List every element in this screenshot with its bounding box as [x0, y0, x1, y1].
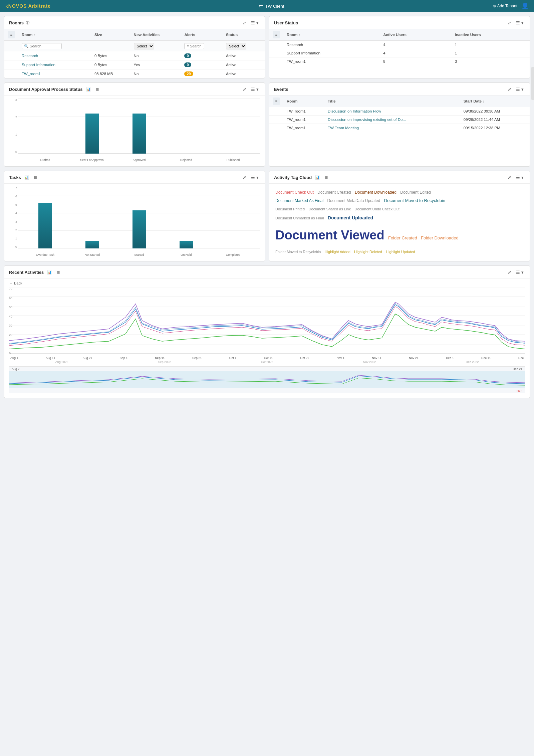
- rooms-table-filter-icon[interactable]: ≡: [8, 31, 15, 38]
- events-date-col: Start Date ↓: [460, 96, 530, 107]
- tag-cloud: Document Check Out Document Created Docu…: [269, 184, 530, 260]
- table-row: Support Information 0 Bytes Yes 0 Active: [4, 60, 265, 69]
- approval-menu-button[interactable]: ☰ ▾: [250, 86, 260, 92]
- add-tenant-button[interactable]: ⊕ Add Tenant: [493, 4, 518, 8]
- approval-chart-toggle[interactable]: 📊: [85, 86, 92, 92]
- events-title-col: Title: [324, 96, 460, 107]
- event-link-1[interactable]: Discussion on Information Flow: [328, 109, 381, 113]
- events-panel-header: Events ⤢ ☰ ▾: [269, 83, 530, 96]
- tag-expand-button[interactable]: ⤢: [506, 174, 513, 181]
- back-button[interactable]: ← Back: [9, 281, 525, 285]
- tag-highlight-updated[interactable]: Highlight Updated: [386, 250, 415, 254]
- recent-main-chart: 70 60 50 40 30 20 10 0: [9, 287, 525, 355]
- events-filter-icon[interactable]: ≡: [273, 98, 280, 105]
- tag-highlight-deleted[interactable]: Highlight Deleted: [354, 250, 382, 254]
- us-room-col-header: Room ↑: [283, 29, 380, 41]
- rooms-expand-button[interactable]: ⤢: [241, 20, 248, 26]
- main-content: Rooms ⓘ ⤢ ☰ ▾ ≡ Roo: [0, 12, 534, 402]
- tag-doc-downloaded[interactable]: Document Downloaded: [355, 190, 396, 195]
- events-expand-button[interactable]: ⤢: [506, 86, 513, 92]
- tag-doc-undo-checkout[interactable]: Document Undo Check Out: [354, 207, 399, 211]
- tasks-menu-button[interactable]: ☰ ▾: [250, 174, 260, 181]
- header-right: ⊕ Add Tenant 👤: [493, 2, 529, 10]
- app-header: kNOVOS Arbitrate ⇄ TW Client ⊕ Add Tenan…: [0, 0, 534, 12]
- app-logo: kNOVOS Arbitrate: [5, 3, 51, 9]
- tag-folder-moved[interactable]: Folder Moved to Recyclebin: [275, 250, 321, 254]
- approval-panel-actions: ⤢ ☰ ▾: [241, 86, 260, 92]
- user-status-panel-title: User Status: [274, 20, 298, 25]
- tag-chart-toggle[interactable]: 📊: [314, 175, 321, 180]
- x-label-rejected: Rejected: [163, 158, 210, 162]
- room-search-input[interactable]: [22, 43, 62, 49]
- tag-doc-printed[interactable]: Document Printed: [275, 207, 305, 211]
- bar-overdue: [38, 203, 52, 248]
- tag-folder-created[interactable]: Folder Created: [388, 235, 417, 240]
- recent-expand-button[interactable]: ⤢: [506, 269, 513, 275]
- tag-doc-shared[interactable]: Document Shared as Link: [308, 207, 351, 211]
- recent-sub-labels: Aug 2022 Sep 2022 Oct 2022 Nov 2022 Dec …: [9, 360, 525, 364]
- room-link-twroom1[interactable]: TW_room1: [22, 72, 41, 76]
- rooms-info-icon[interactable]: ⓘ: [26, 20, 29, 25]
- tag-highlight-added[interactable]: Highlight Added: [325, 250, 350, 254]
- rooms-menu-button[interactable]: ☰ ▾: [250, 20, 260, 26]
- approval-expand-button[interactable]: ⤢: [241, 86, 248, 92]
- table-row: Research 0 Bytes No 0 Active: [4, 51, 265, 60]
- rooms-table-body: Research 0 Bytes No 0 Active Support Inf…: [4, 51, 265, 78]
- alerts-search-input[interactable]: [184, 43, 204, 49]
- tag-doc-moved-recyclebin[interactable]: Document Moved to Recyclebin: [384, 198, 446, 203]
- user-status-panel: User Status ⤢ ☰ ▾ ≡ Room ↑ Activ: [269, 16, 530, 78]
- client-name: TW Client: [265, 4, 284, 9]
- tasks-chart-toggle[interactable]: 📊: [23, 175, 30, 180]
- tag-folder-downloaded[interactable]: Folder Downloaded: [421, 235, 459, 240]
- user-status-table: ≡ Room ↑ Active Users Inactive Users Res…: [269, 29, 530, 65]
- scrollbar[interactable]: [531, 67, 534, 100]
- alert-badge: 0: [184, 53, 191, 58]
- bar-started: [132, 210, 146, 248]
- recent-chart-toggle[interactable]: 📊: [46, 269, 53, 275]
- tasks-expand-button[interactable]: ⤢: [241, 174, 248, 181]
- rooms-panel-title: Rooms ⓘ: [9, 20, 29, 25]
- x-label-overdue: Overdue Task: [22, 253, 69, 256]
- logo-k: k: [5, 3, 8, 9]
- user-status-menu-button[interactable]: ☰ ▾: [515, 20, 525, 26]
- status-filter[interactable]: Select: [226, 43, 246, 49]
- tag-doc-unmarked[interactable]: Document Unmarked as Final: [275, 216, 324, 220]
- user-avatar[interactable]: 👤: [521, 2, 529, 10]
- recent-activities-panel: Recent Activities 📊 ▦ ⤢ ☰ ▾ ← Back: [4, 265, 530, 398]
- event-link-2[interactable]: Discussion on improvising existing set o…: [328, 118, 406, 122]
- room-link-support[interactable]: Support Information: [22, 63, 55, 67]
- table-row: Support Information 4 1: [269, 49, 530, 57]
- header-center: ⇄ TW Client: [259, 3, 284, 9]
- tag-doc-edited[interactable]: Document Edited: [400, 190, 431, 195]
- tag-doc-viewed[interactable]: Document Viewed: [275, 228, 384, 242]
- approval-panel: Document Approval Process Status 📊 ▦ ⤢ ☰…: [4, 82, 265, 167]
- tasks-chart: 7 6 5 4 3 2 1 0: [4, 184, 265, 261]
- approval-table-toggle[interactable]: ▦: [94, 86, 100, 92]
- tag-doc-uploaded[interactable]: Document Uploaded: [328, 215, 373, 220]
- bar-on-hold: [180, 241, 193, 248]
- event-link-3[interactable]: TW Team Meeting: [328, 126, 359, 130]
- room-sort-icon[interactable]: ↑: [34, 33, 36, 37]
- recent-menu-button[interactable]: ☰ ▾: [515, 269, 525, 275]
- tag-menu-button[interactable]: ☰ ▾: [515, 174, 525, 181]
- tag-doc-marked-final[interactable]: Document Marked As Final: [275, 198, 323, 203]
- rooms-table: ≡ Room ↑ Size New Activities Alerts Stat…: [4, 29, 265, 78]
- user-status-filter-icon[interactable]: ≡: [273, 31, 280, 38]
- activity-tag-panel-title: Activity Tag Cloud 📊 ▦: [274, 175, 329, 180]
- tag-table-toggle[interactable]: ▦: [323, 175, 329, 180]
- bar-group-started: [116, 210, 163, 248]
- events-panel-title: Events: [274, 87, 288, 92]
- user-status-table-body: Research 4 1 Support Information 4 1: [269, 41, 530, 66]
- activity-tag-panel: Activity Tag Cloud 📊 ▦ ⤢ ☰ ▾ Document Ch…: [269, 171, 530, 261]
- room-link-research[interactable]: Research: [22, 54, 38, 58]
- events-menu-button[interactable]: ☰ ▾: [515, 86, 525, 92]
- recent-table-toggle[interactable]: ▦: [55, 269, 61, 275]
- user-status-expand-button[interactable]: ⤢: [506, 20, 513, 26]
- tag-doc-created[interactable]: Document Created: [317, 190, 351, 195]
- tag-doc-checkout[interactable]: Document Check Out: [275, 190, 314, 195]
- recent-activities-actions: ⤢ ☰ ▾: [506, 269, 525, 275]
- table-row: TW_room1 98.828 MB No 29 Active: [4, 69, 265, 78]
- new-activities-filter[interactable]: Select: [134, 43, 154, 49]
- tag-doc-metadata[interactable]: Document MetaData Updated: [327, 198, 380, 203]
- tasks-table-toggle[interactable]: ▦: [32, 175, 38, 180]
